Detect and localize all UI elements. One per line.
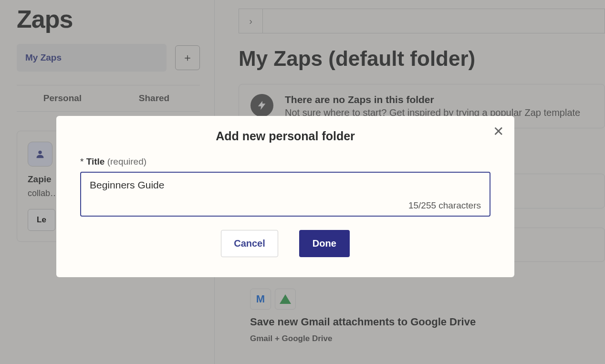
add-folder-modal: ✕ Add new personal folder * Title (requi… [56,116,514,277]
char-count: 15/255 characters [90,200,481,211]
title-field-wrap: 15/255 characters [80,172,490,217]
required-star: * [80,156,83,166]
modal-title: Add new personal folder [80,129,490,143]
label-required: (required) [107,156,146,166]
close-icon: ✕ [493,124,504,139]
modal-actions: Cancel Done [80,230,490,257]
modal-overlay[interactable]: ✕ Add new personal folder * Title (requi… [0,0,605,364]
title-input[interactable] [90,179,481,191]
title-field-label: * Title (required) [80,156,490,167]
close-button[interactable]: ✕ [493,124,504,139]
cancel-button[interactable]: Cancel [221,230,278,257]
done-button[interactable]: Done [299,230,350,257]
label-name: Title [86,156,105,166]
